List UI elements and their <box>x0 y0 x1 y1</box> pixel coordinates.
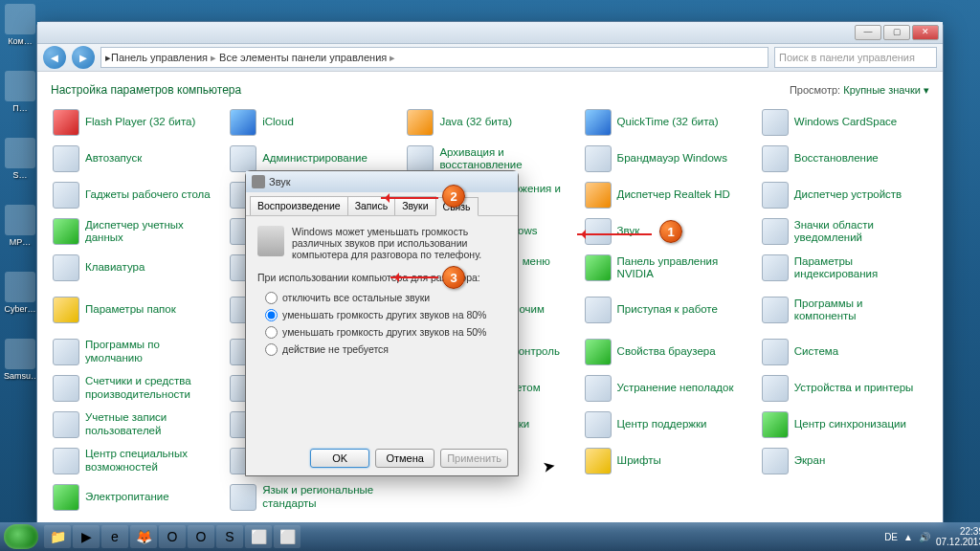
view-selector[interactable]: Просмотр: Крупные значки ▾ <box>790 84 929 97</box>
close-button[interactable]: ✕ <box>912 25 939 40</box>
control-panel-item[interactable]: Java (32 бита) <box>405 106 574 139</box>
control-panel-item[interactable]: Язык и региональные стандарты <box>228 481 397 514</box>
radio-label: отключить все остальные звуки <box>282 292 430 303</box>
control-panel-item[interactable]: Шрифты <box>583 445 752 477</box>
control-panel-item[interactable]: Устройства и принтеры <box>760 372 929 405</box>
cp-item-icon <box>762 182 789 209</box>
cp-item-icon <box>53 145 79 172</box>
cp-item-label: Программы по умолчанию <box>85 339 218 364</box>
tray-icon[interactable]: 🔊 <box>919 532 930 542</box>
cp-item-label: Параметры папок <box>85 303 176 316</box>
radio-option[interactable]: уменьшать громкость других звуков на 50% <box>265 323 506 341</box>
taskbar-icon[interactable]: ▶ <box>73 525 100 548</box>
control-panel-item[interactable]: Windows CardSpace <box>760 106 929 139</box>
tray-clock[interactable]: 22:39 07.12.2013 <box>936 526 980 547</box>
control-panel-item[interactable]: Свойства браузера <box>583 336 752 368</box>
radio-option[interactable]: отключить все остальные звуки <box>265 289 506 306</box>
control-panel-item[interactable]: Программы по умолчанию <box>51 336 220 368</box>
cp-item-label: iCloud <box>262 116 294 128</box>
tab-Воспроизведение[interactable]: Воспроизведение <box>250 196 348 215</box>
cp-item-label: Программы и компоненты <box>794 298 927 322</box>
taskbar-icon[interactable]: O <box>159 525 186 548</box>
taskbar-icon[interactable]: ⬜ <box>245 525 272 548</box>
radio-input[interactable] <box>265 343 278 356</box>
cancel-button[interactable]: Отмена <box>375 449 434 468</box>
control-panel-item[interactable]: Панель управления NVIDIA <box>583 252 752 284</box>
cp-item-label: QuickTime (32 бита) <box>617 116 719 128</box>
control-panel-item[interactable]: iCloud <box>228 106 397 139</box>
cp-item-label: Flash Player (32 бита) <box>85 116 195 128</box>
control-panel-item[interactable]: Восстановление <box>760 143 929 175</box>
control-panel-item[interactable]: QuickTime (32 бита) <box>583 106 752 139</box>
search-input[interactable]: Поиск в панели управления <box>774 47 937 68</box>
control-panel-item[interactable]: Центр специальных возможностей <box>51 445 220 477</box>
control-panel-item[interactable]: Диспетчер учетных данных <box>51 215 220 248</box>
desktop-icon[interactable]: Ком… <box>4 4 36 46</box>
control-panel-item[interactable]: Система <box>760 336 929 368</box>
radio-input[interactable] <box>265 292 278 304</box>
cp-item-icon <box>407 145 434 172</box>
radio-option[interactable]: действие не требуется <box>265 341 506 358</box>
control-panel-item[interactable]: Приступая к работе <box>583 288 752 332</box>
address-bar[interactable]: ▸ Панель управления▸ Все элементы панели… <box>100 47 768 68</box>
control-panel-item[interactable]: Параметры индексирования <box>760 252 929 284</box>
cp-item-label: Восстановление <box>794 152 879 165</box>
tray-icon[interactable]: ▲ <box>903 532 913 542</box>
control-panel-item[interactable]: Центр синхронизации <box>760 408 929 441</box>
cp-item-label: Электропитание <box>85 491 169 503</box>
cp-item-label: Windows CardSpace <box>794 116 897 128</box>
ok-button[interactable]: OK <box>310 449 369 468</box>
control-panel-item[interactable]: Программы и компоненты <box>760 288 929 332</box>
cp-item-label: Центр синхронизации <box>794 418 906 430</box>
desktop-icon[interactable]: Samsu… <box>4 339 36 381</box>
tray-lang[interactable]: DE <box>884 532 898 542</box>
back-button[interactable]: ◄ <box>43 46 66 69</box>
tab-Звуки[interactable]: Звуки <box>394 196 435 215</box>
desktop-icon[interactable]: П… <box>4 71 36 113</box>
control-panel-item[interactable]: Диспетчер Realtek HD <box>583 179 752 211</box>
control-panel-item[interactable]: Flash Player (32 бита) <box>51 106 220 139</box>
taskbar-icon[interactable]: 📁 <box>44 525 71 548</box>
cp-item-label: Язык и региональные стандарты <box>262 484 395 509</box>
cp-item-icon <box>230 484 256 511</box>
control-panel-item[interactable]: Значки области уведомлений <box>760 215 929 248</box>
control-panel-item[interactable]: Параметры папок <box>51 288 220 332</box>
apply-button[interactable]: Применить <box>440 449 508 468</box>
control-panel-item[interactable]: Брандмауэр Windows <box>583 143 752 175</box>
desktop-icon[interactable]: MP… <box>4 205 36 247</box>
maximize-button[interactable]: ▢ <box>883 25 910 40</box>
cp-item-icon <box>53 448 79 474</box>
control-panel-item[interactable]: Гаджеты рабочего стола <box>51 179 220 211</box>
radio-label: уменьшать громкость других звуков на 50% <box>282 326 486 338</box>
control-panel-item[interactable]: Диспетчер устройств <box>760 179 929 211</box>
taskbar-icon[interactable]: 🦊 <box>130 525 157 548</box>
taskbar-icon[interactable]: e <box>101 525 128 548</box>
taskbar: 📁 ▶ e 🦊 O O S ⬜ ⬜ DE ▲ 🔊 22:39 07.12.201… <box>0 522 980 551</box>
control-panel-item[interactable]: Автозапуск <box>51 143 220 175</box>
speaker-icon <box>252 175 265 188</box>
desktop-icon[interactable]: Cyber… <box>4 272 36 314</box>
arrow-2 <box>381 197 438 199</box>
control-panel-item[interactable]: Счетчики и средства производительности <box>51 372 220 405</box>
control-panel-item[interactable]: Клавиатура <box>51 252 220 284</box>
start-button[interactable] <box>4 524 38 549</box>
control-panel-item[interactable]: Учетные записи пользователей <box>51 408 220 441</box>
radio-input[interactable] <box>265 309 278 321</box>
radio-input[interactable] <box>265 326 278 339</box>
desktop-icon[interactable]: S… <box>4 138 36 180</box>
radio-option[interactable]: уменьшать громкость других звуков на 80% <box>265 306 506 323</box>
taskbar-icon[interactable]: S <box>216 525 243 548</box>
cp-item-label: Диспетчер Realtek HD <box>617 188 730 201</box>
cp-item-label: Параметры индексирования <box>794 255 927 280</box>
arrow-3 <box>390 276 438 278</box>
minimize-button[interactable]: — <box>855 25 881 40</box>
taskbar-icon[interactable]: O <box>188 525 214 548</box>
desktop-icons: Ком… П… S… MP… Cyber… Samsu… <box>4 4 36 381</box>
forward-button[interactable]: ► <box>72 46 95 69</box>
taskbar-icon[interactable]: ⬜ <box>274 525 301 548</box>
control-panel-item[interactable]: Устранение неполадок <box>583 372 752 405</box>
control-panel-item[interactable]: Электропитание <box>51 481 220 514</box>
control-panel-item[interactable]: Экран <box>760 445 929 477</box>
dialog-titlebar: Звук <box>246 171 518 192</box>
control-panel-item[interactable]: Центр поддержки <box>583 408 752 441</box>
